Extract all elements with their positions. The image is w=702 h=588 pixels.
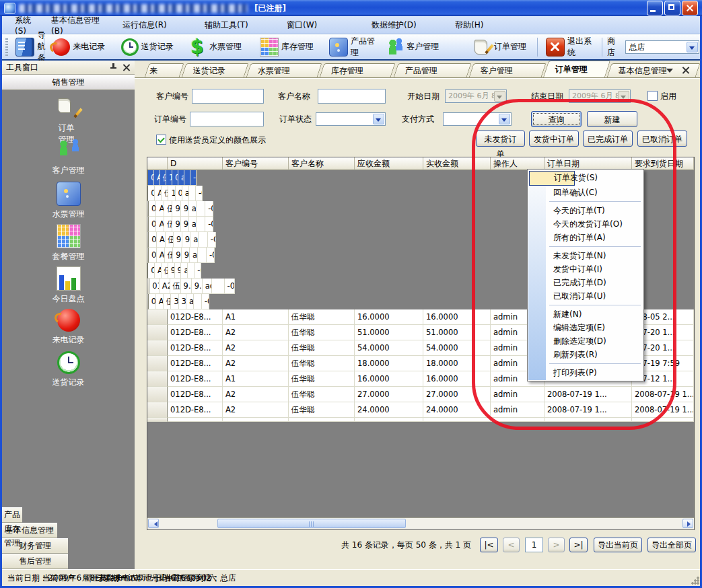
next-page-button[interactable]: > — [548, 538, 565, 552]
pin-icon[interactable] — [109, 63, 117, 71]
prev-page-button[interactable]: < — [503, 538, 520, 552]
context-menu-item[interactable]: 刷新列表(R) — [528, 348, 643, 361]
sidebar-group-sales[interactable]: 销售管理 — [2, 75, 135, 90]
row-selector[interactable] — [147, 325, 168, 340]
tab-close-icon[interactable] — [681, 65, 691, 75]
column-header[interactable]: 客户编号 — [223, 157, 289, 170]
tab[interactable]: 来电记录 — [145, 63, 184, 77]
table-row[interactable]: 012D-E8... A2 伍华聪 9.0000 9.0000 admin -0… — [147, 201, 213, 217]
menu-item[interactable]: 运行信息(R) — [114, 17, 197, 33]
menu-item[interactable]: 数据维护(D) — [363, 17, 447, 33]
row-selector[interactable] — [147, 340, 168, 356]
resize-grip[interactable] — [691, 577, 699, 585]
customer-no-input[interactable] — [192, 89, 264, 104]
scroll-left-icon[interactable] — [148, 519, 159, 528]
export-current-page-button[interactable]: 导出当前页 — [594, 538, 642, 552]
sidebar-item[interactable]: 客户管理 — [41, 139, 96, 182]
tab-list-chevron-icon[interactable] — [665, 65, 674, 75]
menu-item[interactable]: 窗口(W) — [279, 17, 363, 33]
sidebar-item[interactable]: 订单管理 — [59, 97, 79, 139]
table-row[interactable]: 012D-E8... A2 伍华聪 9.0000 9.0000 admin -0… — [147, 217, 213, 232]
end-date-picker[interactable]: 2009年 6月 8日 — [569, 89, 631, 103]
context-menu-item[interactable]: 所有的订单(A) — [528, 231, 621, 244]
sidebar-item[interactable]: 套餐管理 — [36, 224, 102, 266]
context-menu-item[interactable]: 打印列表(P) — [528, 366, 643, 379]
table-row[interactable]: 012D-E8... A2 伍华聪 9.0000 9.0000 admin -0… — [147, 263, 201, 279]
toolbar-button[interactable]: 库存管理 — [255, 36, 324, 59]
last-page-button[interactable]: >| — [569, 538, 588, 552]
new-button[interactable]: 新建 — [587, 111, 637, 127]
table-row[interactable]: 012D-E8... A2 伍华聪 9.0000 9.0000 admin -0… — [147, 232, 216, 248]
menu-item[interactable]: 帮助(H) — [447, 17, 517, 33]
toolbar-button[interactable]: 退出系统 — [541, 34, 598, 61]
status-filter-button[interactable]: 发货中订单 — [529, 131, 579, 147]
table-row[interactable]: ▶ 012D-E8... A1 伍华聪 16.0000 0.0000 admin… — [147, 170, 168, 186]
chevron-down-icon[interactable] — [687, 42, 698, 52]
toolbar-button[interactable]: 来电记录 — [48, 36, 116, 58]
context-menu-item[interactable]: 删除选定项(D) — [528, 334, 643, 348]
menu-item[interactable]: 基本信息管理(B) — [43, 13, 114, 38]
export-all-pages-button[interactable]: 导出全部页 — [647, 538, 696, 552]
status-filter-button[interactable]: 已完成订单 — [583, 131, 633, 147]
color-display-checkbox[interactable] — [156, 135, 166, 145]
row-selector[interactable] — [147, 371, 168, 387]
tab[interactable]: 库存管理 — [320, 63, 396, 77]
chevron-down-icon[interactable] — [373, 114, 384, 124]
pay-method-select[interactable] — [443, 112, 512, 126]
order-no-input[interactable] — [190, 112, 264, 126]
context-menu-item[interactable]: 新建(N) — [528, 307, 643, 321]
context-menu-item[interactable]: 已完成订单(D) — [528, 276, 643, 289]
row-selector[interactable] — [147, 387, 168, 402]
page-number-box[interactable]: 1 — [525, 538, 543, 552]
sidebar-item[interactable]: 来电记录 — [35, 309, 102, 351]
column-header[interactable]: 实收金额 — [423, 157, 491, 170]
horizontal-scrollbar[interactable] — [147, 517, 694, 529]
close-button[interactable] — [682, 1, 698, 15]
order-status-select[interactable] — [316, 112, 386, 126]
status-filter-button[interactable]: 已取消订单 — [637, 131, 687, 147]
toolbar-button[interactable]: 水票管理 — [184, 36, 255, 58]
search-button[interactable]: 查询 — [531, 111, 582, 127]
tab[interactable]: 产品管理 — [393, 63, 471, 77]
menu-item[interactable]: 辅助工具(T) — [197, 17, 279, 33]
close-icon[interactable] — [122, 63, 131, 71]
table-row[interactable]: 012D-E8... A2 伍华聪 9.0000 9.0000 admin -0… — [147, 279, 235, 294]
sidebar-group-bar[interactable]: 产品库存管理 — [2, 507, 22, 523]
start-date-picker[interactable]: 2009年 6月 8日 — [445, 89, 507, 103]
toolbar-button[interactable]: 订单管理 — [469, 36, 534, 58]
scroll-right-icon[interactable] — [682, 519, 693, 528]
table-row[interactable]: 012D-E8... A2 伍华聪 27.0000 27.0000 admin … — [147, 387, 694, 402]
table-row[interactable]: 012D-E8... A1 伍华聪 32.0000 32.0000 admin … — [147, 294, 209, 309]
row-selector[interactable] — [147, 309, 168, 325]
tab[interactable]: 送货记录 — [182, 63, 249, 77]
enable-checkbox[interactable] — [647, 91, 658, 101]
table-row[interactable]: 012D-E8... A1 伍华聪 16.0000 0.0000 admin -… — [147, 186, 203, 201]
context-menu-item[interactable]: 发货中订单(I) — [528, 262, 615, 276]
context-menu-item[interactable]: 未发货订单(N) — [528, 249, 641, 262]
customer-name-input[interactable] — [318, 89, 386, 104]
column-header[interactable]: 应收金额 — [355, 157, 423, 170]
sidebar-item[interactable]: 送货记录 — [42, 351, 96, 394]
sidebar-item[interactable]: 今日盘点 — [34, 266, 103, 309]
tab[interactable]: 订单管理 — [543, 61, 610, 77]
sidebar-group-bar[interactable]: 基本信息管理 — [2, 523, 57, 538]
scrollbar-thumb[interactable] — [217, 519, 406, 528]
table-row[interactable]: 012D-E8... A2 伍华聪 9.0000 9.0000 admin -0… — [147, 248, 215, 263]
column-header[interactable]: D — [168, 157, 223, 170]
chevron-down-icon[interactable] — [499, 114, 510, 124]
table-row[interactable]: 012D-E8... A2 伍华聪 24.0000 24.0000 admin … — [147, 402, 694, 418]
toolbar-button[interactable]: 送货记录 — [116, 36, 184, 58]
sidebar-group-bar[interactable]: 售后管理 — [2, 554, 68, 569]
row-selector[interactable] — [147, 356, 168, 371]
maximize-button[interactable] — [664, 1, 680, 15]
first-page-button[interactable]: |< — [480, 538, 498, 552]
context-menu-item[interactable]: 今天的订单(T) — [528, 204, 619, 217]
status-filter-button[interactable]: 未发货订单 — [476, 131, 525, 147]
sidebar-item[interactable]: 水票管理 — [36, 182, 102, 224]
toolbar-button[interactable]: 客户管理 — [382, 36, 469, 58]
column-header[interactable] — [147, 157, 168, 170]
toolbar-grip[interactable] — [5, 38, 8, 56]
row-selector[interactable] — [147, 402, 168, 418]
tab[interactable]: 客户管理 — [468, 63, 546, 77]
context-menu-item[interactable]: 回单确认(C) — [528, 186, 608, 199]
